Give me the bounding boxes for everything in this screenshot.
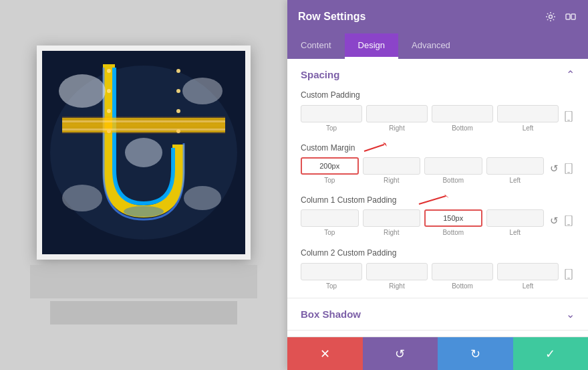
col2-row-icons bbox=[563, 268, 575, 290]
col2-top-input[interactable] bbox=[301, 263, 362, 280]
padding-phone-icon[interactable] bbox=[563, 110, 575, 122]
redo-button[interactable]: ↻ bbox=[438, 337, 513, 370]
padding-bottom-input[interactable] bbox=[432, 105, 493, 122]
col1-padding-label: Column 1 Custom Padding bbox=[301, 195, 396, 205]
col1-left-label: Left bbox=[509, 229, 521, 236]
col1-top-input[interactable] bbox=[301, 209, 359, 227]
svg-point-20 bbox=[549, 15, 553, 19]
svg-point-17 bbox=[184, 186, 221, 210]
padding-left-input[interactable] bbox=[497, 105, 559, 122]
padding-right-label: Right bbox=[389, 124, 404, 132]
spacing-section-header[interactable]: Spacing ⌃ bbox=[287, 59, 588, 86]
tabs: Content Design Advanced bbox=[287, 33, 588, 59]
bottom-bar: ✕ ↺ ↻ ✓ bbox=[287, 337, 588, 370]
box-shadow-section: Box Shadow ⌄ bbox=[287, 298, 588, 331]
col1-right-label: Right bbox=[384, 229, 399, 236]
svg-point-16 bbox=[62, 185, 102, 211]
custom-padding-group: Custom Padding Top Right Bottom bbox=[287, 86, 588, 140]
margin-phone-icon[interactable] bbox=[563, 163, 575, 175]
col1-bottom-label: Bottom bbox=[442, 229, 464, 236]
custom-margin-label: Custom Margin bbox=[301, 143, 355, 153]
svg-rect-32 bbox=[567, 224, 570, 225]
col1-padding-group: Column 1 Custom Padding Top Right bbox=[287, 192, 588, 244]
margin-right-input[interactable] bbox=[363, 157, 421, 175]
col1-right-group: Right bbox=[363, 209, 421, 236]
padding-top-group: Top bbox=[301, 105, 362, 132]
svg-line-29 bbox=[419, 196, 446, 204]
margin-top-input[interactable] bbox=[301, 157, 359, 175]
col2-bottom-label: Bottom bbox=[452, 282, 473, 290]
padding-right-input[interactable] bbox=[366, 105, 428, 122]
col1-bottom-group: Bottom bbox=[424, 209, 482, 236]
col2-top-group: Top bbox=[301, 263, 362, 290]
box-shadow-header[interactable]: Box Shadow ⌄ bbox=[287, 298, 588, 330]
margin-bottom-label: Bottom bbox=[442, 177, 464, 184]
panel-header: Row Settings bbox=[287, 0, 588, 33]
svg-point-5 bbox=[107, 69, 111, 73]
margin-top-group: Top bbox=[301, 157, 359, 184]
col1-top-group: Top bbox=[301, 209, 359, 236]
svg-point-10 bbox=[176, 89, 180, 93]
undo-button[interactable]: ↺ bbox=[363, 337, 438, 370]
spacing-title: Spacing bbox=[301, 69, 339, 80]
animation-section: Animation ⌄ bbox=[287, 331, 588, 337]
margin-bottom-input[interactable] bbox=[424, 157, 482, 175]
margin-undo-icon[interactable]: ↺ bbox=[548, 163, 560, 175]
svg-rect-28 bbox=[567, 172, 570, 173]
svg-rect-21 bbox=[566, 14, 570, 19]
col1-left-group: Left bbox=[486, 209, 545, 236]
col2-right-label: Right bbox=[389, 282, 404, 290]
spacing-toggle[interactable]: ⌃ bbox=[566, 68, 575, 81]
svg-line-25 bbox=[364, 145, 384, 151]
col2-top-label: Top bbox=[326, 282, 337, 290]
col1-phone-icon[interactable] bbox=[563, 215, 575, 227]
col1-right-input[interactable] bbox=[363, 209, 421, 227]
save-button[interactable]: ✓ bbox=[513, 337, 589, 370]
margin-left-group: Left bbox=[486, 157, 545, 184]
tab-design[interactable]: Design bbox=[345, 33, 398, 59]
box-shadow-title: Box Shadow bbox=[301, 308, 361, 320]
col2-bottom-group: Bottom bbox=[432, 263, 493, 290]
col1-bottom-input[interactable] bbox=[424, 209, 482, 227]
tab-content[interactable]: Content bbox=[287, 33, 345, 59]
col2-padding-label: Column 2 Custom Padding bbox=[287, 244, 588, 260]
col1-top-label: Top bbox=[324, 229, 335, 236]
padding-top-label: Top bbox=[326, 124, 337, 132]
panel-title: Row Settings bbox=[298, 11, 365, 23]
padding-row-icons bbox=[563, 110, 575, 132]
margin-left-input[interactable] bbox=[486, 157, 545, 175]
padding-top-input[interactable] bbox=[301, 105, 362, 122]
col2-left-label: Left bbox=[523, 282, 534, 290]
svg-rect-13 bbox=[62, 116, 225, 134]
margin-bottom-group: Bottom bbox=[424, 157, 482, 184]
col2-right-input[interactable] bbox=[366, 263, 428, 280]
cancel-button[interactable]: ✕ bbox=[287, 337, 363, 370]
svg-point-14 bbox=[59, 74, 106, 108]
padding-right-group: Right bbox=[366, 105, 428, 132]
animation-header[interactable]: Animation ⌄ bbox=[287, 331, 588, 337]
col2-right-group: Right bbox=[366, 263, 428, 290]
margin-left-label: Left bbox=[509, 177, 521, 184]
col2-phone-icon[interactable] bbox=[563, 268, 575, 280]
margin-arrow-annotation bbox=[357, 141, 391, 155]
svg-point-6 bbox=[107, 89, 111, 93]
padding-left-label: Left bbox=[523, 124, 534, 132]
col1-undo-icon[interactable]: ↺ bbox=[548, 215, 560, 227]
custom-padding-label: Custom Padding bbox=[287, 86, 588, 102]
col1-arrow-annotation bbox=[399, 193, 452, 207]
margin-right-group: Right bbox=[363, 157, 421, 184]
padding-bottom-label: Bottom bbox=[452, 124, 473, 132]
col1-left-input[interactable] bbox=[486, 209, 545, 227]
svg-rect-24 bbox=[567, 120, 570, 121]
expand-icon[interactable] bbox=[564, 10, 577, 23]
tab-advanced[interactable]: Advanced bbox=[398, 33, 464, 59]
settings-icon[interactable] bbox=[544, 10, 557, 23]
col2-left-input[interactable] bbox=[497, 263, 559, 280]
col1-row-icons: ↺ bbox=[548, 215, 575, 236]
spacing-section: Spacing ⌃ Custom Padding Top Right bbox=[287, 59, 588, 298]
box-shadow-toggle[interactable]: ⌄ bbox=[566, 308, 575, 320]
layout-block-1 bbox=[30, 265, 257, 298]
panel-content: Spacing ⌃ Custom Padding Top Right bbox=[287, 59, 588, 337]
col2-bottom-input[interactable] bbox=[432, 263, 493, 280]
layout-block-2 bbox=[50, 301, 237, 325]
